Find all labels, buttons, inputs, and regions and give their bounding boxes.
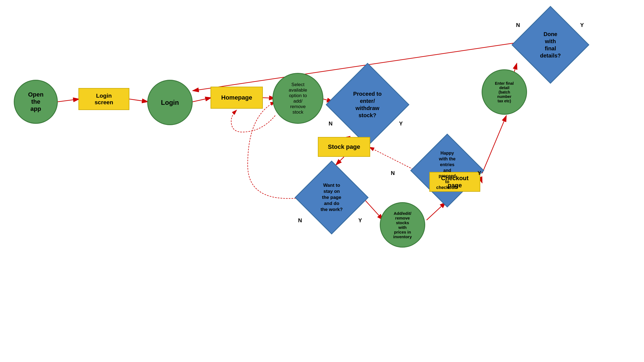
arrow-happy-n-stock [369,147,416,171]
label-happy-y: Y [477,170,481,176]
label-proceed-y: Y [399,120,403,127]
node-homepage: Homepage [211,87,263,109]
node-select-option: Select available option to add/ remove s… [272,73,323,124]
node-happy-checkout: Happywith theentriesandproceedtocheckout… [414,138,480,204]
arrow-open-login-screen [58,99,79,102]
label-want-y: Y [358,217,362,224]
label-want-n: N [298,217,302,224]
label-proceed-n: N [329,120,332,127]
arrow-select-back-homepage [231,110,275,132]
arrow-stock-want [336,157,344,165]
arrow-add-happy [427,202,446,220]
node-open-app: Open the app [14,80,58,124]
node-login: Login [147,80,193,125]
node-stock-page: Stock page [318,137,370,157]
node-login-screen: Loginscreen [78,88,129,110]
node-want-stay: Want tostay onthe pageand dothe work? [299,164,365,231]
arrow-login-screen-login [129,99,148,102]
label-done-n: N [516,22,520,28]
node-done-final: Donewithfinaldetails? [516,10,585,79]
node-proceed-diamond: Proceed toenter/withdrawstock? [330,67,405,142]
arrow-login-homepage [193,98,211,102]
arrow-checkout-enter [482,116,506,173]
node-add-edit: Add/edit/ remove stocks with prices in i… [380,202,425,248]
node-checkout-page: Checkoutpage [429,172,480,192]
flowchart: Open the app Loginscreen Login Homepage … [0,0,644,362]
label-happy-n: N [391,170,395,176]
label-done-y: Y [580,22,584,28]
